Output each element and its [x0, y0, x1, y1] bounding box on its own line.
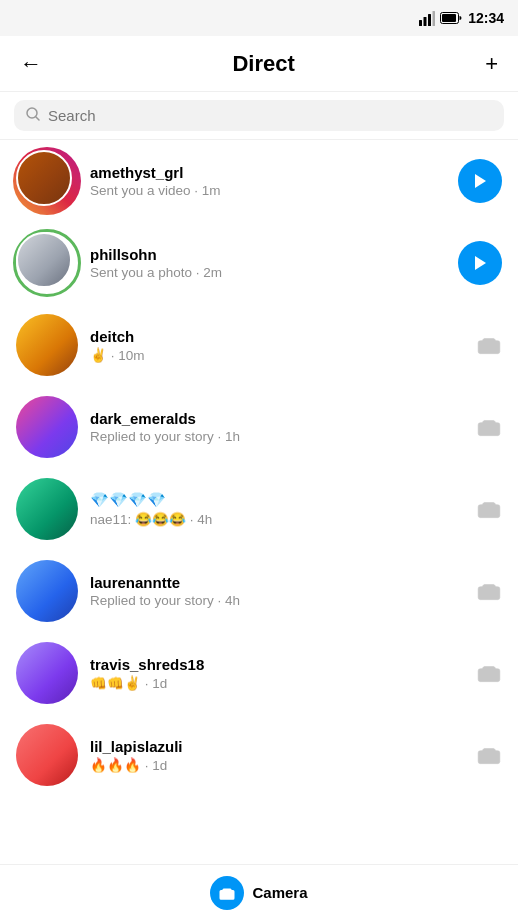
- camera-icon: [476, 580, 502, 602]
- svg-marker-8: [475, 174, 486, 188]
- camera-icon: [476, 662, 502, 684]
- list-item[interactable]: 💎💎💎💎 nae11: 😂😂😂 · 4h: [0, 468, 518, 550]
- camera-icon: [476, 416, 502, 438]
- username: deitch: [90, 328, 464, 345]
- username: dark_emeralds: [90, 410, 464, 427]
- message-content: travis_shreds18 👊👊✌️ · 1d: [90, 656, 464, 691]
- search-bar: [0, 92, 518, 140]
- username: travis_shreds18: [90, 656, 464, 673]
- avatar: [16, 724, 78, 786]
- plus-icon: +: [485, 51, 498, 77]
- message-preview: ✌️ · 10m: [90, 347, 464, 363]
- svg-rect-0: [419, 20, 422, 26]
- camera-icon: [476, 744, 502, 766]
- username: phillsohn: [90, 246, 446, 263]
- avatar: [16, 396, 78, 458]
- camera-action[interactable]: [476, 498, 502, 520]
- username: laurenanntte: [90, 574, 464, 591]
- list-item[interactable]: amethyst_grl Sent you a video · 1m: [0, 140, 518, 222]
- username: 💎💎💎💎: [90, 491, 464, 509]
- message-preview: Replied to your story · 1h: [90, 429, 464, 444]
- avatar: [16, 642, 78, 704]
- page-title: Direct: [232, 51, 294, 77]
- list-item[interactable]: laurenanntte Replied to your story · 4h: [0, 550, 518, 632]
- camera-btn-icon: [210, 876, 244, 910]
- list-item[interactable]: dark_emeralds Replied to your story · 1h: [0, 386, 518, 468]
- message-content: deitch ✌️ · 10m: [90, 328, 464, 363]
- username: amethyst_grl: [90, 164, 446, 181]
- svg-rect-3: [433, 11, 436, 26]
- message-list: amethyst_grl Sent you a video · 1m phill…: [0, 140, 518, 852]
- camera-action[interactable]: [476, 334, 502, 356]
- camera-label: Camera: [252, 884, 307, 901]
- avatar: [16, 314, 78, 376]
- list-item[interactable]: deitch ✌️ · 10m: [0, 304, 518, 386]
- avatar: [16, 150, 78, 212]
- username: lil_lapislazuli: [90, 738, 464, 755]
- header-left: ←: [16, 47, 46, 81]
- message-content: 💎💎💎💎 nae11: 😂😂😂 · 4h: [90, 491, 464, 527]
- search-input-wrap: [14, 100, 504, 131]
- header-right: +: [481, 47, 502, 81]
- message-preview: nae11: 😂😂😂 · 4h: [90, 511, 464, 527]
- camera-action[interactable]: [476, 744, 502, 766]
- status-icons: [419, 10, 462, 26]
- message-content: phillsohn Sent you a photo · 2m: [90, 246, 446, 280]
- play-button[interactable]: [458, 159, 502, 203]
- bottom-bar: Camera: [0, 864, 518, 920]
- status-time: 12:34: [468, 10, 504, 26]
- list-item[interactable]: phillsohn Sent you a photo · 2m: [0, 222, 518, 304]
- message-content: laurenanntte Replied to your story · 4h: [90, 574, 464, 608]
- svg-line-7: [36, 117, 39, 120]
- signal-icon: [419, 10, 435, 26]
- search-input[interactable]: [48, 107, 492, 124]
- message-preview: Sent you a video · 1m: [90, 183, 446, 198]
- header: ← Direct +: [0, 36, 518, 92]
- search-icon: [26, 107, 40, 124]
- camera-icon: [476, 498, 502, 520]
- message-preview: 🔥🔥🔥 · 1d: [90, 757, 464, 773]
- svg-rect-5: [442, 14, 456, 22]
- camera-icon: [476, 334, 502, 356]
- camera-button[interactable]: Camera: [210, 876, 307, 910]
- svg-rect-1: [424, 17, 427, 26]
- list-item[interactable]: lil_lapislazuli 🔥🔥🔥 · 1d: [0, 714, 518, 796]
- camera-action[interactable]: [476, 662, 502, 684]
- svg-rect-2: [428, 14, 431, 26]
- play-button[interactable]: [458, 241, 502, 285]
- message-preview: 👊👊✌️ · 1d: [90, 675, 464, 691]
- avatar: [16, 478, 78, 540]
- back-icon: ←: [20, 51, 42, 77]
- avatar: [16, 560, 78, 622]
- camera-action[interactable]: [476, 416, 502, 438]
- message-content: lil_lapislazuli 🔥🔥🔥 · 1d: [90, 738, 464, 773]
- play-icon: [458, 159, 502, 203]
- avatar: [16, 232, 78, 294]
- status-bar: 12:34: [0, 0, 518, 36]
- svg-marker-9: [475, 256, 486, 270]
- message-content: dark_emeralds Replied to your story · 1h: [90, 410, 464, 444]
- new-message-button[interactable]: +: [481, 47, 502, 81]
- message-preview: Sent you a photo · 2m: [90, 265, 446, 280]
- list-item[interactable]: travis_shreds18 👊👊✌️ · 1d: [0, 632, 518, 714]
- back-button[interactable]: ←: [16, 47, 46, 81]
- message-preview: Replied to your story · 4h: [90, 593, 464, 608]
- camera-action[interactable]: [476, 580, 502, 602]
- battery-icon: [440, 12, 462, 24]
- play-icon: [458, 241, 502, 285]
- message-content: amethyst_grl Sent you a video · 1m: [90, 164, 446, 198]
